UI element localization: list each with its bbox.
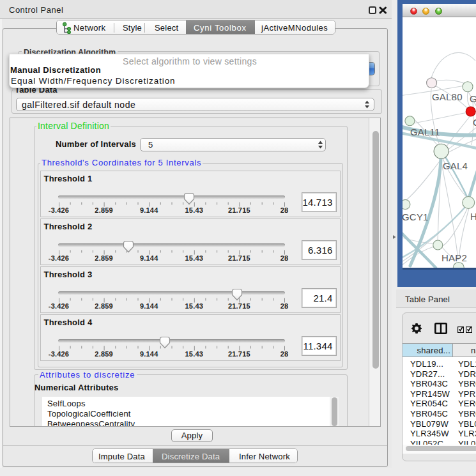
svg-text:HAP2: HAP2 <box>441 252 467 263</box>
svg-text:GAL80: GAL80 <box>432 91 463 102</box>
svg-text:GCY1: GCY1 <box>403 211 429 222</box>
svg-text:G.: G. <box>470 93 476 104</box>
svg-text:C: C <box>473 117 476 128</box>
svg-text:GAL11: GAL11 <box>410 127 440 137</box>
svg-text:GAL4: GAL4 <box>443 160 468 171</box>
svg-text:H: H <box>470 211 476 222</box>
